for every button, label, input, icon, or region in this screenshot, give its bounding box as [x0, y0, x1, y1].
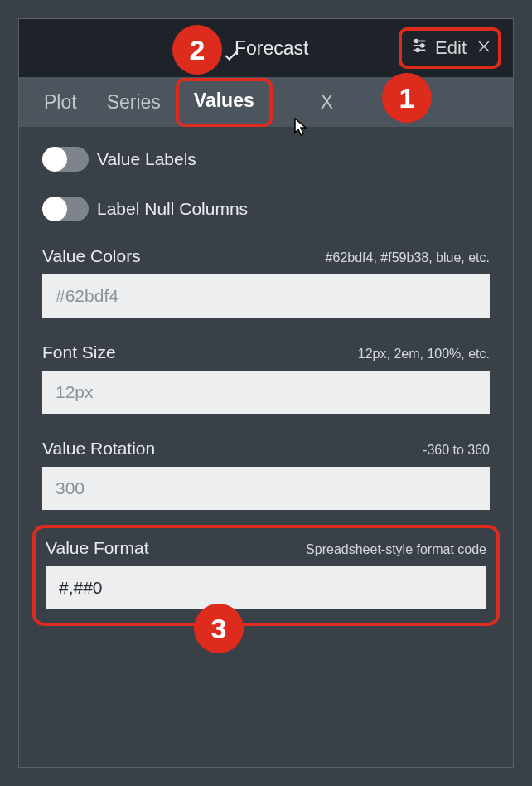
label-null-columns-row: Label Null Columns	[42, 196, 490, 221]
svg-point-5	[416, 49, 419, 52]
field-header: Value Colors #62bdf4, #f59b38, blue, etc…	[42, 246, 490, 266]
value-colors-label: Value Colors	[42, 246, 141, 266]
value-rotation-hint: -360 to 360	[423, 443, 490, 458]
svg-point-3	[415, 40, 418, 43]
field-header: Value Rotation -360 to 360	[42, 439, 490, 458]
value-format-field: Value Format Spreadsheet-style format co…	[46, 538, 486, 609]
label-null-columns-label: Label Null Columns	[97, 199, 248, 219]
edit-button[interactable]: Edit	[410, 36, 467, 60]
field-header: Font Size 12px, 2em, 100%, etc.	[42, 342, 490, 362]
annotation-2: 2	[172, 25, 222, 75]
tab-values[interactable]: Values	[191, 90, 258, 112]
tab-bar: Plot Series Values X Y	[19, 77, 513, 127]
tab-x[interactable]: X	[306, 77, 348, 127]
svg-point-4	[421, 44, 424, 47]
value-rotation-field: Value Rotation -360 to 360	[42, 439, 490, 510]
field-header: Value Format Spreadsheet-style format co…	[46, 538, 486, 558]
panel-title: Forecast	[235, 37, 308, 60]
annotation-3: 3	[194, 604, 244, 653]
sliders-icon	[410, 36, 428, 60]
content-area: Value Labels Label Null Columns Value Co…	[19, 127, 513, 767]
value-colors-input[interactable]	[42, 274, 490, 318]
font-size-input[interactable]	[42, 371, 490, 414]
tab-plot[interactable]: Plot	[19, 77, 92, 127]
value-rotation-input[interactable]	[42, 467, 490, 510]
value-format-hint: Spreadsheet-style format code	[306, 542, 486, 557]
value-labels-toggle[interactable]	[42, 147, 89, 172]
toggle-knob	[42, 196, 67, 221]
panel-header: Forecast Edit	[19, 19, 513, 77]
edit-label: Edit	[435, 37, 467, 59]
settings-panel: Forecast Edit	[18, 18, 514, 768]
font-size-label: Font Size	[42, 342, 116, 362]
value-rotation-label: Value Rotation	[42, 439, 155, 458]
value-colors-hint: #62bdf4, #f59b38, blue, etc.	[326, 250, 490, 265]
checkmark-icon	[224, 50, 239, 65]
value-format-label: Value Format	[46, 538, 149, 558]
font-size-hint: 12px, 2em, 100%, etc.	[358, 347, 490, 361]
value-labels-label: Value Labels	[97, 149, 196, 169]
tab-series[interactable]: Series	[92, 77, 176, 127]
label-null-columns-toggle[interactable]	[42, 196, 89, 221]
toggle-knob	[42, 147, 67, 172]
value-format-input[interactable]	[46, 566, 486, 609]
close-icon	[476, 39, 491, 57]
tab-highlight: Values	[176, 78, 273, 127]
value-labels-row: Value Labels	[42, 147, 490, 172]
value-format-highlight: Value Format Spreadsheet-style format co…	[32, 525, 500, 626]
close-button[interactable]	[476, 39, 491, 57]
annotation-1: 1	[382, 73, 432, 123]
value-colors-field: Value Colors #62bdf4, #f59b38, blue, etc…	[42, 246, 490, 318]
edit-region-highlight: Edit	[399, 27, 501, 69]
font-size-field: Font Size 12px, 2em, 100%, etc.	[42, 342, 490, 414]
